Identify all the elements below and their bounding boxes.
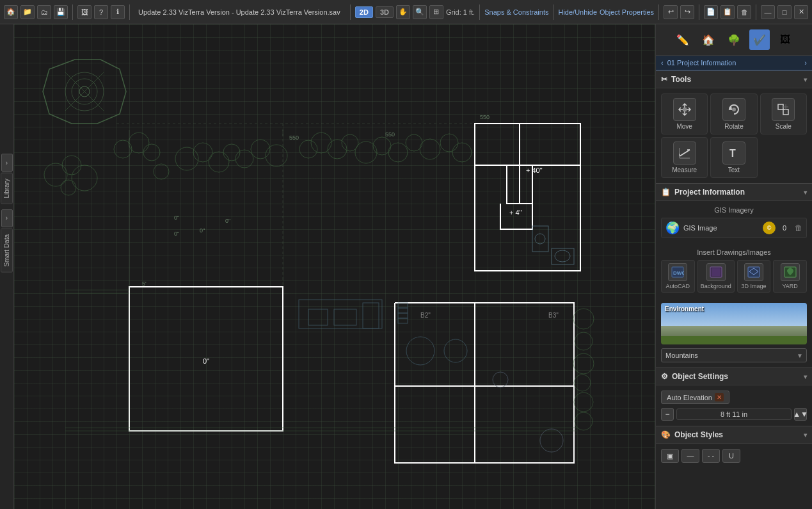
svg-point-17 bbox=[209, 152, 229, 172]
btn-2d[interactable]: 2D bbox=[355, 6, 373, 18]
svg-rect-59 bbox=[398, 318, 408, 323]
project-bar-arrow-right[interactable]: › bbox=[804, 59, 807, 67]
insert-yard[interactable]: YARD bbox=[773, 260, 807, 293]
redo-icon[interactable]: ↪ bbox=[680, 5, 694, 19]
open-icon[interactable]: 🗂 bbox=[37, 5, 51, 19]
svg-point-22 bbox=[299, 140, 317, 158]
insert-grid: DWG AutoCAD Background bbox=[661, 260, 807, 293]
tool-rotate[interactable]: Rotate bbox=[710, 93, 757, 134]
tool-move[interactable]: Move bbox=[661, 93, 708, 134]
move-label: Move bbox=[676, 123, 692, 130]
gis-delete-icon[interactable]: 🗑 bbox=[795, 223, 802, 232]
image-icon[interactable]: 🖼 bbox=[775, 29, 795, 50]
insert-background[interactable]: Background bbox=[697, 260, 735, 293]
gis-coin: © bbox=[763, 222, 776, 234]
help-icon[interactable]: ? bbox=[94, 5, 108, 19]
app-title: Update 2.33 VizTerra Version - Update 2.… bbox=[138, 8, 346, 16]
gis-row: 🌍 GIS Image © 0 🗑 bbox=[661, 218, 807, 238]
maximize-icon[interactable]: □ bbox=[777, 5, 792, 19]
tree-icon[interactable]: 🌳 bbox=[724, 29, 744, 50]
object-settings-header[interactable]: ⚙ Object Settings ▾ bbox=[656, 368, 812, 385]
left-panel-toggle-1[interactable]: › bbox=[1, 154, 13, 172]
project-bar: ‹ 01 Project Information › bbox=[656, 56, 812, 70]
svg-point-72 bbox=[574, 392, 593, 412]
obj-props-label[interactable]: Object Properties bbox=[600, 8, 654, 16]
tools-collapse-icon[interactable]: ▾ bbox=[804, 76, 807, 83]
project-bar-arrow-left[interactable]: ‹ bbox=[661, 59, 664, 67]
environment-preview: Environment bbox=[661, 303, 807, 344]
svg-point-24 bbox=[328, 140, 347, 159]
sep8 bbox=[756, 4, 756, 20]
style-btn-dotdash[interactable]: - - bbox=[702, 449, 720, 463]
tool-text[interactable]: T Text bbox=[710, 137, 757, 178]
elevation-minus-btn[interactable]: − bbox=[661, 408, 674, 421]
sidebar-item-library[interactable]: Library bbox=[1, 173, 13, 204]
svg-point-69 bbox=[575, 332, 593, 350]
svg-rect-51 bbox=[308, 309, 328, 325]
snaps-label[interactable]: Snaps & Constraints bbox=[484, 8, 548, 16]
styles-icon: 🎨 bbox=[661, 430, 671, 439]
scale-icon bbox=[772, 98, 795, 121]
obj-styles-collapse[interactable]: ▾ bbox=[804, 432, 807, 439]
svg-text:550: 550 bbox=[289, 134, 299, 141]
insert-3d-image[interactable]: 3D Image bbox=[737, 260, 771, 293]
grid-icon[interactable]: ⊞ bbox=[429, 5, 443, 19]
insert-section: Insert Drawings/Images DWG AutoCAD bbox=[656, 243, 812, 298]
move-icon bbox=[673, 98, 696, 121]
delete-icon[interactable]: 🗑 bbox=[737, 5, 751, 19]
tool-scale[interactable]: Scale bbox=[760, 93, 807, 134]
btn-3d[interactable]: 3D bbox=[376, 6, 394, 18]
sep7 bbox=[699, 4, 699, 20]
svg-point-55 bbox=[444, 339, 467, 362]
zoom-icon[interactable]: 🔍 bbox=[413, 5, 427, 19]
info-icon[interactable]: ℹ bbox=[111, 5, 125, 19]
hand-icon[interactable]: ✋ bbox=[396, 5, 410, 19]
obj-styles-content: ▣ — - - U bbox=[656, 444, 812, 468]
style-buttons-row: ▣ — - - U bbox=[661, 449, 807, 463]
style-btn-u[interactable]: U bbox=[722, 449, 740, 463]
folder-icon[interactable]: 📁 bbox=[20, 5, 35, 19]
sep3 bbox=[350, 4, 351, 20]
autocad-label: AutoCAD bbox=[666, 283, 690, 289]
svg-rect-84 bbox=[778, 104, 783, 109]
obj-settings-content: Auto Elevation ✕ − 8 ft 11 in ▲▼ bbox=[656, 385, 812, 426]
svg-line-88 bbox=[680, 150, 690, 156]
sep1 bbox=[72, 4, 73, 20]
object-styles-header[interactable]: 🎨 Object Styles ▾ bbox=[656, 426, 812, 444]
project-info-icon: 📋 bbox=[661, 188, 671, 197]
tools-label: Tools bbox=[671, 75, 691, 84]
save-icon[interactable]: 💾 bbox=[54, 5, 68, 19]
tool-measure[interactable]: Measure bbox=[661, 137, 708, 178]
project-info-collapse[interactable]: ▾ bbox=[804, 189, 807, 196]
svg-rect-53 bbox=[363, 303, 379, 328]
canvas-area[interactable]: + 40" + 4" 0" B2" B3" bbox=[14, 24, 655, 509]
style-btn-dash[interactable]: — bbox=[681, 449, 699, 463]
image-icon[interactable]: 🖼 bbox=[77, 5, 92, 19]
svg-rect-95 bbox=[712, 268, 720, 276]
check-icon[interactable]: ✔️ bbox=[749, 29, 770, 50]
svg-text:B3": B3" bbox=[548, 312, 559, 319]
sep2 bbox=[129, 4, 130, 20]
environment-select[interactable]: Mountains Desert Beach City Forest bbox=[661, 348, 807, 362]
sidebar-item-smart-data[interactable]: Smart Data bbox=[1, 229, 13, 273]
gis-section: GIS Imagery 🌍 GIS Image © 0 🗑 bbox=[656, 201, 812, 243]
project-info-header[interactable]: 📋 Project Information ▾ bbox=[656, 183, 812, 201]
new-file-icon[interactable]: 🏠 bbox=[4, 5, 18, 19]
hide-label[interactable]: Hide/Unhide bbox=[558, 8, 597, 16]
tools-section-header[interactable]: ✂ Tools ▾ bbox=[656, 70, 812, 88]
paste-icon[interactable]: 📋 bbox=[720, 5, 735, 19]
insert-autocad[interactable]: DWG AutoCAD bbox=[661, 260, 695, 293]
svg-point-70 bbox=[573, 353, 594, 374]
auto-elevation-remove[interactable]: ✕ bbox=[715, 393, 724, 401]
undo-icon[interactable]: ↩ bbox=[664, 5, 678, 19]
blueprint-canvas: + 40" + 4" 0" B2" B3" bbox=[14, 24, 655, 509]
copy-icon[interactable]: 📄 bbox=[704, 5, 718, 19]
house-icon[interactable]: 🏠 bbox=[698, 29, 719, 50]
minimize-icon[interactable]: — bbox=[761, 5, 775, 19]
close-icon[interactable]: ✕ bbox=[794, 5, 808, 19]
style-btn-solid[interactable]: ▣ bbox=[661, 449, 679, 463]
obj-settings-collapse[interactable]: ▾ bbox=[804, 373, 807, 380]
left-panel-toggle-2[interactable]: › bbox=[1, 209, 13, 227]
elevation-plus-btn[interactable]: ▲▼ bbox=[794, 408, 807, 421]
pencil-icon[interactable]: ✏️ bbox=[673, 29, 693, 50]
